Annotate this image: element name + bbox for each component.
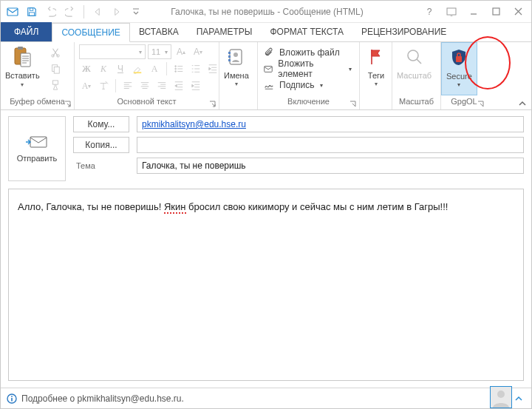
svg-rect-2: [30, 12, 35, 15]
avatar[interactable]: [490, 386, 512, 408]
qat-save-icon[interactable]: [23, 3, 41, 21]
tab-file[interactable]: ФАЙЛ: [1, 22, 52, 41]
outdent-icon[interactable]: [171, 78, 186, 93]
to-value: pkmikhalitsyn@edu.hse.ru: [142, 119, 246, 129]
tab-options[interactable]: ПАРАМЕТРЫ: [188, 22, 262, 41]
qat-next-icon[interactable]: [108, 3, 126, 21]
group-label-gpgol-text: GpgOL: [451, 97, 477, 106]
shrink-font-icon[interactable]: A▾: [191, 44, 205, 59]
send-button[interactable]: Отправить: [8, 116, 66, 181]
font-family-combo[interactable]: ▾: [79, 44, 146, 59]
paste-label: Вставить: [5, 71, 40, 81]
to-button[interactable]: Кому...: [73, 116, 129, 132]
maximize-icon[interactable]: [485, 4, 506, 20]
secure-button[interactable]: Secure ▾: [441, 42, 477, 95]
expand-people-pane-icon[interactable]: [512, 394, 525, 403]
secure-label: Secure: [446, 72, 472, 81]
send-label: Отправить: [17, 154, 58, 163]
group-label-zoom-text: Масштаб: [399, 97, 434, 106]
subject-label: Тема: [73, 161, 129, 170]
qat-undo-icon[interactable]: [42, 3, 60, 21]
cut-icon[interactable]: [47, 45, 64, 60]
tab-insert[interactable]: ВСТАВКА: [130, 22, 188, 41]
to-input[interactable]: pkmikhalitsyn@edu.hse.ru: [137, 116, 524, 132]
svg-rect-19: [228, 55, 231, 58]
font-color-icon[interactable]: A: [147, 61, 162, 76]
group-label-font: Основной текст: [75, 97, 219, 109]
svg-rect-7: [21, 53, 30, 67]
message-body[interactable]: Алло, Галочка, ты не поверишь! Якин брос…: [8, 189, 524, 381]
attach-item-button[interactable]: Вложить элемент ▾: [261, 61, 356, 77]
clear-formatting-icon[interactable]: [96, 78, 111, 93]
tags-button[interactable]: Теги ▾: [360, 42, 392, 95]
signature-button[interactable]: Подпись ▾: [261, 77, 327, 93]
cc-input[interactable]: [137, 137, 524, 153]
ribbon-display-icon[interactable]: [441, 4, 462, 20]
help-icon[interactable]: ?: [419, 4, 440, 20]
qat-separator: [83, 5, 84, 18]
body-text-suffix: бросил свою кикимору и сейчас мы с ним л…: [186, 201, 449, 212]
copy-icon[interactable]: [47, 61, 64, 76]
magnifier-icon: [403, 45, 426, 69]
minimize-icon[interactable]: [463, 4, 484, 20]
attach-file-label: Вложить файл: [279, 47, 340, 58]
dialog-launcher-icon[interactable]: [349, 101, 357, 108]
underline-icon[interactable]: Ч: [113, 61, 128, 76]
group-label-include-text: Включение: [287, 97, 330, 106]
tab-review[interactable]: РЕЦЕНЗИРОВАНИЕ: [352, 22, 455, 41]
qat-customize-icon[interactable]: [127, 3, 145, 21]
dialog-launcher-icon[interactable]: [477, 101, 485, 108]
body-text-prefix: Алло, Галочка, ты не поверишь!: [18, 201, 164, 212]
chevron-down-icon: ▾: [320, 82, 323, 89]
grow-font-icon[interactable]: A▴: [174, 44, 188, 59]
close-icon[interactable]: [508, 4, 528, 20]
bullets-icon[interactable]: [171, 61, 186, 76]
dialog-launcher-icon[interactable]: [64, 101, 72, 108]
ribbon-group-gpgol: Secure ▾ GpgOL: [441, 42, 487, 109]
bold-icon[interactable]: Ж: [79, 61, 94, 76]
tab-message[interactable]: СООБЩЕНИЕ: [52, 23, 130, 42]
zoom-button[interactable]: Масштаб: [392, 42, 436, 95]
svg-rect-4: [493, 8, 499, 15]
numbering-icon[interactable]: [188, 61, 203, 76]
indent-icon[interactable]: [205, 61, 220, 76]
format-painter-icon[interactable]: [47, 78, 64, 92]
ribbon-tabs: ФАЙЛ СООБЩЕНИЕ ВСТАВКА ПАРАМЕТРЫ ФОРМАТ …: [1, 23, 531, 42]
paperclip-icon: [262, 46, 276, 59]
address-book-icon: [225, 45, 248, 69]
names-button[interactable]: Имена ▾: [219, 42, 253, 95]
font-controls: ▾ 11 ▾ A▴ A▾ Ж К Ч: [75, 42, 225, 95]
tab-format-text[interactable]: ФОРМАТ ТЕКСТА: [261, 22, 352, 41]
svg-rect-25: [30, 137, 47, 147]
subject-input[interactable]: Галочка, ты не поверишь: [137, 158, 524, 174]
svg-rect-20: [228, 59, 231, 61]
signature-icon: [262, 78, 276, 92]
text-effect-icon[interactable]: A▾: [79, 78, 94, 93]
chevron-down-icon: ▾: [375, 81, 378, 87]
indent2-icon[interactable]: [188, 78, 203, 93]
qat-prev-icon[interactable]: [89, 3, 106, 21]
cc-button[interactable]: Копия...: [73, 137, 129, 153]
svg-rect-12: [52, 81, 58, 84]
font-size-combo[interactable]: 11 ▾: [148, 44, 171, 59]
subject-value: Галочка, ты не поверишь: [142, 160, 246, 171]
align-center-icon[interactable]: [137, 78, 152, 93]
svg-point-23: [408, 50, 418, 61]
highlight-icon[interactable]: [130, 61, 145, 76]
attach-item-label: Вложить элемент: [278, 58, 344, 79]
paste-button[interactable]: Вставить ▾: [1, 42, 44, 95]
status-text[interactable]: Подробнее о pkmikhalitsyn@edu.hse.ru.: [21, 393, 184, 404]
dialog-launcher-icon[interactable]: [209, 101, 216, 108]
qat-redo-icon[interactable]: [61, 3, 79, 21]
align-right-icon[interactable]: [154, 78, 169, 93]
font-size-value: 11: [151, 47, 160, 56]
svg-rect-28: [11, 396, 13, 397]
ribbon: Вставить ▾ Буфер обмена: [1, 42, 531, 110]
title-bar: Галочка, ты не поверишь - Сообщение (HTM…: [1, 1, 531, 23]
group-label-clipboard-text: Буфер обмена: [10, 97, 65, 106]
separator: [166, 62, 167, 75]
collapse-ribbon-icon[interactable]: [518, 99, 527, 108]
align-left-icon[interactable]: [120, 78, 135, 93]
svg-rect-0: [7, 8, 18, 16]
italic-icon[interactable]: К: [96, 61, 111, 76]
